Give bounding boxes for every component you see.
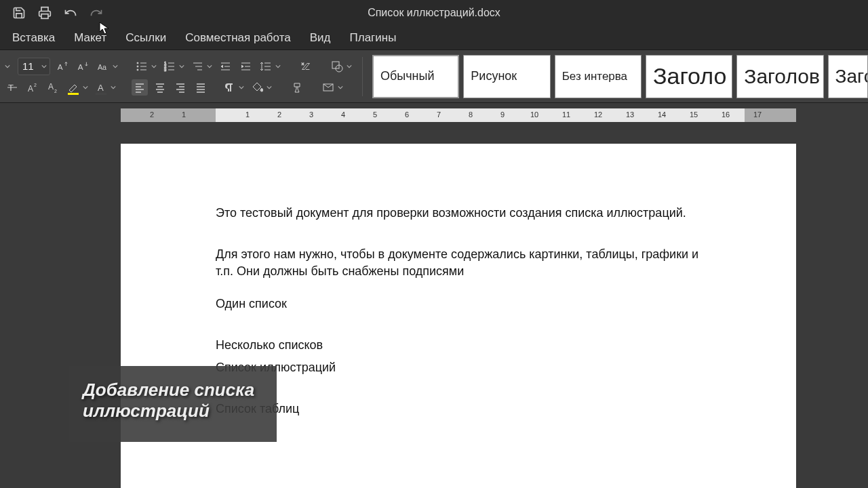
svg-point-4 [137, 62, 138, 64]
paragraph[interactable]: Несколько списков [216, 337, 701, 354]
svg-text:2: 2 [34, 83, 37, 87]
horizontal-ruler[interactable]: 211234567891011121314151617 [121, 108, 796, 122]
font-size-value: 11 [22, 60, 34, 72]
subscript-icon[interactable]: A2 [45, 79, 61, 96]
multilevel-list-icon[interactable] [189, 58, 205, 75]
ruler-area: 211234567891011121314151617 [0, 103, 868, 127]
strikethrough-icon[interactable]: T [4, 79, 20, 96]
font-size-input[interactable]: 11 [18, 58, 50, 75]
line-spacing-icon[interactable] [258, 58, 274, 75]
insert-shape-icon[interactable] [329, 58, 345, 75]
paragraph[interactable]: Список иллюстраций [216, 359, 701, 376]
svg-rect-0 [41, 14, 48, 19]
bullet-list-dropdown[interactable] [151, 58, 157, 75]
document-title: Список иллюстраций.docx [368, 7, 500, 19]
font-name-dropdown[interactable] [4, 58, 11, 75]
paragraph-mark-dropdown[interactable] [238, 79, 245, 96]
decrease-font-icon[interactable]: A [75, 58, 91, 75]
toolbar-separator [362, 57, 363, 96]
highlight-color-dropdown[interactable] [82, 79, 89, 96]
titlebar: Список иллюстраций.docx [0, 0, 868, 26]
svg-text:A: A [78, 62, 83, 70]
menubar: Вставка Макет Ссылки Совместная работа В… [0, 26, 868, 50]
redo-icon[interactable] [90, 6, 103, 20]
format-painter-icon[interactable] [289, 79, 305, 96]
numbered-list-dropdown[interactable] [178, 58, 185, 75]
menu-collaboration[interactable]: Совместная работа [185, 31, 291, 45]
menu-references[interactable]: Ссылки [125, 31, 166, 45]
menu-view[interactable]: Вид [310, 31, 331, 45]
align-justify-icon[interactable] [193, 79, 209, 96]
bullet-list-icon[interactable] [134, 58, 150, 75]
caption-line2: иллюстраций [83, 401, 263, 422]
change-case-icon[interactable]: Aa [95, 58, 111, 75]
increase-indent-icon[interactable] [237, 58, 254, 75]
style-heading3[interactable]: Заго [828, 55, 868, 98]
svg-text:A: A [48, 82, 54, 92]
mail-merge-dropdown[interactable] [337, 79, 344, 96]
svg-text:A: A [58, 62, 63, 70]
paragraph[interactable]: Список таблиц [216, 401, 701, 418]
paragraph-mark-icon[interactable] [221, 79, 237, 96]
svg-point-8 [137, 69, 138, 70]
paragraph[interactable]: Один список [216, 296, 701, 312]
paragraph[interactable]: Это тестовый документ для проверки возмо… [216, 205, 701, 222]
style-heading1[interactable]: Заголо [646, 55, 732, 98]
increase-font-icon[interactable]: A [54, 58, 71, 75]
svg-text:3: 3 [164, 68, 167, 72]
align-right-icon[interactable] [172, 79, 189, 96]
change-case-dropdown[interactable] [112, 58, 119, 75]
font-color-dropdown[interactable] [110, 79, 117, 96]
menu-plugins[interactable]: Плагины [350, 31, 397, 45]
style-no-spacing[interactable]: Без интерва [555, 55, 642, 98]
styles-gallery: Обычный Рисунок Без интерва Заголо Загол… [367, 52, 868, 101]
numbered-list-icon[interactable]: 123 [161, 58, 178, 75]
decrease-indent-icon[interactable] [217, 58, 233, 75]
svg-text:A: A [98, 83, 104, 93]
insert-shape-dropdown[interactable] [346, 58, 353, 75]
mail-merge-icon[interactable] [320, 79, 336, 96]
shading-icon[interactable] [249, 79, 265, 96]
style-heading2[interactable]: Заголов [736, 55, 823, 98]
align-left-icon[interactable] [132, 79, 148, 96]
save-icon[interactable] [12, 6, 26, 20]
highlight-color-icon[interactable] [65, 79, 81, 96]
menu-insert[interactable]: Вставка [12, 31, 55, 45]
caption-overlay: Добавление списка иллюстраций [69, 366, 277, 442]
print-icon[interactable] [38, 6, 52, 20]
align-center-icon[interactable] [152, 79, 168, 96]
style-drawing[interactable]: Рисунок [463, 55, 550, 98]
style-normal[interactable]: Обычный [372, 55, 459, 98]
superscript-icon[interactable]: A2 [24, 79, 41, 96]
svg-text:A: A [28, 84, 33, 94]
caption-line1: Добавление списка [83, 380, 263, 401]
undo-icon[interactable] [64, 6, 77, 20]
paragraph[interactable]: Для этого нам нужно, чтобы в документе с… [216, 246, 701, 280]
svg-text:2: 2 [54, 89, 57, 94]
line-spacing-dropdown[interactable] [275, 58, 281, 75]
mouse-cursor-icon [99, 22, 110, 35]
multilevel-list-dropdown[interactable] [206, 58, 213, 75]
shading-dropdown[interactable] [266, 79, 273, 96]
svg-text:Aa: Aa [98, 62, 106, 70]
clear-formatting-icon[interactable] [298, 58, 314, 75]
toolbar: 11 A A Aa 123 [0, 50, 868, 103]
font-color-icon[interactable]: A [93, 79, 109, 96]
svg-point-6 [137, 66, 138, 67]
